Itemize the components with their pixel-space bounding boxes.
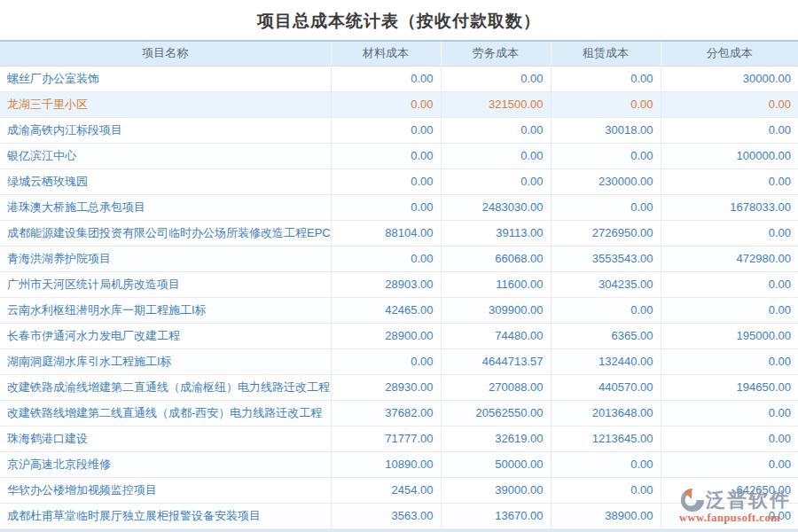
subcontract-cost-value: 472980.00	[661, 246, 798, 271]
column-header-subcontract: 分包成本	[661, 41, 798, 66]
project-name-link[interactable]: 成渝高铁内江标段项目	[0, 117, 331, 143]
table-row[interactable]: 云南水利枢纽潜明水库一期工程施工I标42465.00309900.000.000…	[0, 297, 798, 323]
material-cost-value: 28900.00	[331, 323, 441, 348]
rental-cost-value: 440570.00	[551, 374, 661, 400]
project-name-link[interactable]: 华软办公楼增加视频监控项目	[0, 477, 331, 503]
page-title: 项目总成本统计表（按收付款取数）	[0, 0, 798, 40]
project-name-link[interactable]: 云南水利枢纽潜明水库一期工程施工I标	[0, 297, 331, 323]
material-cost-value: 0.00	[331, 66, 441, 91]
labor-cost-value: 32619.00	[441, 426, 551, 451]
column-header-labor: 劳务成本	[441, 41, 551, 66]
table-row[interactable]: 绿城云栖玫瑰园0.000.00230000.000.00	[0, 168, 798, 194]
table-row[interactable]: 螺丝厂办公室装饰0.000.000.0030000.00	[0, 66, 798, 91]
rental-cost-value: 6365.00	[551, 323, 661, 348]
subcontract-cost-value: 0.00	[661, 168, 798, 194]
labor-cost-value: 0.00	[441, 66, 551, 91]
subcontract-cost-value: 0.00	[661, 348, 798, 374]
material-cost-value: 0.00	[331, 348, 441, 374]
table-row[interactable]: 成都杜甫草堂临时展厅独立展柜报警设备安装项目3563.0013670.00389…	[0, 503, 798, 528]
subcontract-cost-value: 0.00	[661, 91, 798, 117]
subcontract-cost-value: 0.00	[661, 400, 798, 426]
project-name-link[interactable]: 湖南洞庭湖水库引水工程施工I标	[0, 348, 331, 374]
labor-cost-value: 11600.00	[441, 271, 551, 297]
project-name-link[interactable]: 改建铁路线增建第二线直通线（成都-西安）电力线路迁改工程	[0, 400, 331, 426]
material-cost-value: 0.00	[331, 143, 441, 168]
project-name-link[interactable]: 广州市天河区统计局机房改造项目	[0, 271, 331, 297]
table-row[interactable]: 银亿滨江中心0.000.000.00100000.00	[0, 143, 798, 168]
project-name-link[interactable]: 成都杜甫草堂临时展厅独立展柜报警设备安装项目	[0, 503, 331, 528]
table-row[interactable]: 青海洪湖养护院项目0.0066068.003553543.00472980.00	[0, 246, 798, 271]
table-row[interactable]: 成都能源建设集团投资有限公司临时办公场所装修改造工程EPC总88104.0039…	[0, 220, 798, 246]
table-row[interactable]: 京沪高速北京段维修10890.0050000.000.000.00	[0, 451, 798, 477]
cost-statistics-table: 项目名称材料成本劳务成本租赁成本分包成本 螺丝厂办公室装饰0.000.000.0…	[0, 40, 798, 529]
table-row[interactable]: 港珠澳大桥施工总承包项目0.002483030.000.001678033.00	[0, 194, 798, 220]
labor-cost-value: 270088.00	[441, 374, 551, 400]
table-header: 项目名称材料成本劳务成本租赁成本分包成本	[0, 41, 798, 66]
page: 项目总成本统计表（按收付款取数） 项目名称材料成本劳务成本租赁成本分包成本 螺丝…	[0, 0, 798, 532]
rental-cost-value: 0.00	[551, 194, 661, 220]
project-name-link[interactable]: 螺丝厂办公室装饰	[0, 66, 331, 91]
table-row[interactable]: 珠海鹤港口建设71777.0032619.001213645.000.00	[0, 426, 798, 451]
project-name-link[interactable]: 港珠澳大桥施工总承包项目	[0, 194, 331, 220]
project-name-link[interactable]: 龙湖三千里小区	[0, 91, 331, 117]
labor-cost-value: 66068.00	[441, 246, 551, 271]
table-row[interactable]: 改建铁路成渝线增建第二直通线（成渝枢纽）电力线路迁改工程28930.002700…	[0, 374, 798, 400]
subcontract-cost-value: 0.00	[661, 271, 798, 297]
project-name-link[interactable]: 银亿滨江中心	[0, 143, 331, 168]
column-header-material: 材料成本	[331, 41, 441, 66]
table-row[interactable]: 长春市伊通河水力发电厂改建工程28900.0074480.006365.0019…	[0, 323, 798, 348]
project-name-link[interactable]: 珠海鹤港口建设	[0, 426, 331, 451]
rental-cost-value: 304235.00	[551, 271, 661, 297]
subcontract-cost-value: 195000.00	[661, 323, 798, 348]
table-row[interactable]: 改建铁路线增建第二线直通线（成都-西安）电力线路迁改工程37682.002056…	[0, 400, 798, 426]
material-cost-value: 0.00	[331, 117, 441, 143]
rental-cost-value: 0.00	[551, 91, 661, 117]
material-cost-value: 28903.00	[331, 271, 441, 297]
table-row[interactable]: 成渝高铁内江标段项目0.000.0030018.000.00	[0, 117, 798, 143]
subcontract-cost-value: 0.00	[661, 426, 798, 451]
subcontract-cost-value: 30000.00	[661, 66, 798, 91]
project-name-link[interactable]: 长春市伊通河水力发电厂改建工程	[0, 323, 331, 348]
table-row[interactable]: 湖南洞庭湖水库引水工程施工I标0.004644713.57132440.000.…	[0, 348, 798, 374]
rental-cost-value: 132440.00	[551, 348, 661, 374]
labor-cost-value: 39113.00	[441, 220, 551, 246]
project-name-link[interactable]: 成都能源建设集团投资有限公司临时办公场所装修改造工程EPC总	[0, 220, 331, 246]
material-cost-value: 2454.00	[331, 477, 441, 503]
labor-cost-value: 13670.00	[441, 503, 551, 528]
material-cost-value: 37682.00	[331, 400, 441, 426]
material-cost-value: 0.00	[331, 91, 441, 117]
labor-cost-value: 0.00	[441, 168, 551, 194]
material-cost-value: 0.00	[331, 246, 441, 271]
rental-cost-value: 0.00	[551, 143, 661, 168]
column-header-name: 项目名称	[0, 41, 331, 66]
subcontract-cost-value: 0.00	[661, 451, 798, 477]
subcontract-cost-value: 100000.00	[661, 143, 798, 168]
project-name-link[interactable]: 京沪高速北京段维修	[0, 451, 331, 477]
project-name-link[interactable]: 改建铁路成渝线增建第二直通线（成渝枢纽）电力线路迁改工程	[0, 374, 331, 400]
material-cost-value: 0.00	[331, 194, 441, 220]
labor-cost-value: 74480.00	[441, 323, 551, 348]
labor-cost-value: 309900.00	[441, 297, 551, 323]
subcontract-cost-value: 194650.00	[661, 374, 798, 400]
labor-cost-value: 0.00	[441, 143, 551, 168]
labor-cost-value: 2483030.00	[441, 194, 551, 220]
project-name-link[interactable]: 青海洪湖养护院项目	[0, 246, 331, 271]
subcontract-cost-value: 642650.00	[661, 477, 798, 503]
rental-cost-value: 3553543.00	[551, 246, 661, 271]
material-cost-value: 28930.00	[331, 374, 441, 400]
project-name-link[interactable]: 绿城云栖玫瑰园	[0, 168, 331, 194]
labor-cost-value: 4644713.57	[441, 348, 551, 374]
rental-cost-value: 2013648.00	[551, 400, 661, 426]
table-row[interactable]: 华软办公楼增加视频监控项目2454.0039000.000.00642650.0…	[0, 477, 798, 503]
rental-cost-value: 0.00	[551, 66, 661, 91]
rental-cost-value: 30018.00	[551, 117, 661, 143]
material-cost-value: 88104.00	[331, 220, 441, 246]
material-cost-value: 3563.00	[331, 503, 441, 528]
subcontract-cost-value: 0.00	[661, 503, 798, 528]
table-row[interactable]: 广州市天河区统计局机房改造项目28903.0011600.00304235.00…	[0, 271, 798, 297]
table-row[interactable]: 龙湖三千里小区0.00321500.000.000.00	[0, 91, 798, 117]
labor-cost-value: 39000.00	[441, 477, 551, 503]
labor-cost-value: 20562550.00	[441, 400, 551, 426]
labor-cost-value: 321500.00	[441, 91, 551, 117]
rental-cost-value: 2726950.00	[551, 220, 661, 246]
